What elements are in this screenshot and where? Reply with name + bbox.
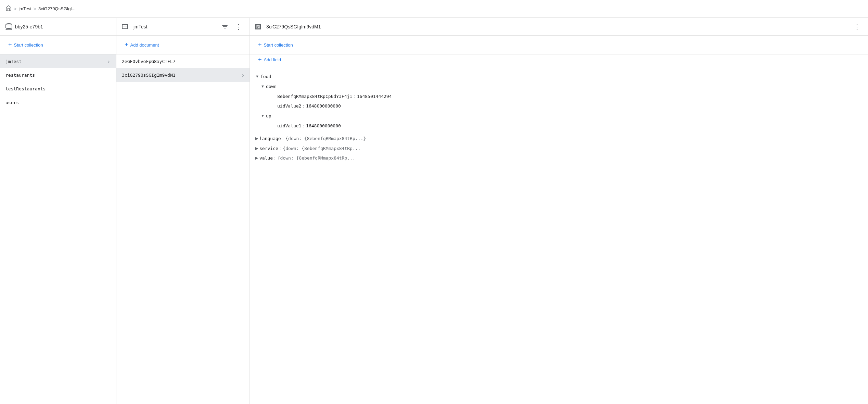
- food-down-key: down: [266, 83, 277, 90]
- collapse-icon: [255, 155, 258, 160]
- data-column: 3ciG279QsSGIgIm9vdM1 ⋮ + Start collectio…: [250, 18, 868, 404]
- field-value: 1648000000000: [306, 123, 341, 130]
- add-document-button[interactable]: + Add document: [122, 40, 162, 50]
- food-down-toggle[interactable]: [261, 83, 266, 89]
- add-field-button[interactable]: + Add field: [255, 54, 284, 65]
- collections-list: jmTest › restaurants testRestaurants use…: [0, 54, 116, 109]
- field-food-down-uid2: uidValue2 : 1648000000000: [255, 101, 863, 111]
- start-collection-bar: + Start collection: [0, 36, 116, 54]
- colon: :: [303, 123, 304, 130]
- breadcrumb-crumb-2: 3ciG279QsSGIgl...: [38, 6, 75, 11]
- chevron-right-icon: ›: [107, 58, 111, 65]
- documents-column: jmTest ⋮ + Add document 2eGFOvbvoFpG8ayC…: [116, 18, 250, 404]
- document-item-label: 2eGFOvbvoFpG8ayCTFL7: [122, 59, 244, 64]
- data-more-button[interactable]: ⋮: [852, 21, 863, 32]
- documents-more-button[interactable]: ⋮: [233, 21, 244, 32]
- data-start-collection-bar: + Start collection: [250, 36, 868, 54]
- collapse-icon: [255, 146, 258, 151]
- data-document-icon: [255, 24, 261, 29]
- data-header-title: 3ciG279QsSGIgIm9vdM1: [266, 24, 849, 29]
- field-key-label: 8ebenfqRMmapx84tRpCp6dY3F4j1: [277, 93, 352, 100]
- home-icon[interactable]: [5, 5, 12, 12]
- start-collection-button[interactable]: + Start collection: [5, 40, 46, 50]
- field-value: 1648000000000: [306, 103, 341, 110]
- collections-header-title: bby25-e79b1: [15, 24, 43, 29]
- data-start-collection-label: Start collection: [264, 42, 293, 48]
- breadcrumb-crumb-1[interactable]: jmTest: [18, 6, 31, 11]
- value-key: value: [259, 155, 273, 162]
- breadcrumb: > jmTest > 3ciG279QsSGIgl...: [0, 0, 868, 18]
- plus-icon: +: [125, 42, 128, 48]
- documents-list: 2eGFOvbvoFpG8ayCTFL7 3ciG279QsSGIgIm9vdM…: [116, 54, 250, 82]
- food-toggle[interactable]: [255, 73, 260, 79]
- colon: :: [303, 103, 304, 110]
- data-fields: food down 8ebenfqRMmapx84tRpCp6dY3F4j1 :…: [250, 69, 868, 166]
- field-food-down: down: [255, 82, 863, 92]
- breadcrumb-sep-2: >: [34, 6, 36, 12]
- colon: :: [282, 135, 284, 142]
- collection-item-label: testRestaurants: [5, 86, 111, 91]
- add-field-bar: + Add field: [250, 54, 868, 69]
- plus-icon: +: [8, 42, 12, 48]
- expand-icon: [255, 74, 259, 79]
- main-layout: bby25-e79b1 + Start collection jmTest › …: [0, 18, 868, 404]
- field-food: food: [255, 72, 863, 82]
- value-preview: {down: {8ebenfqRMmapx84tRp...: [278, 155, 355, 162]
- documents-header-title: jmTest: [133, 24, 217, 29]
- filter-button[interactable]: [219, 21, 230, 32]
- field-key-label: uidValue1: [277, 123, 301, 130]
- colon: :: [280, 145, 281, 152]
- collection-item-jmTest[interactable]: jmTest ›: [0, 54, 116, 68]
- field-service: service : {down: {8ebenfqRMmapx84tRp...: [255, 144, 863, 154]
- service-key: service: [259, 145, 278, 152]
- value-toggle[interactable]: [255, 155, 259, 161]
- expand-icon: [261, 84, 265, 89]
- collection-item-label: users: [5, 100, 111, 105]
- service-preview: {down: {8ebenfqRMmapx84tRp...: [283, 145, 360, 152]
- chevron-right-icon: ›: [242, 72, 244, 79]
- field-food-up-uid1: uidValue1 : 1648000000000: [255, 121, 863, 131]
- collection-item-label: restaurants: [5, 73, 111, 78]
- language-preview: {down: {8ebenfqRMmapx84tRp...}: [285, 135, 366, 142]
- field-food-up: up: [255, 111, 863, 121]
- field-key-label: uidValue2: [277, 103, 301, 110]
- collections-column: bby25-e79b1 + Start collection jmTest › …: [0, 18, 116, 404]
- service-toggle[interactable]: [255, 145, 259, 151]
- start-collection-label: Start collection: [14, 42, 43, 48]
- field-value: 1648501444294: [357, 93, 392, 100]
- food-up-key: up: [266, 113, 271, 120]
- data-header: 3ciG279QsSGIgIm9vdM1 ⋮: [250, 18, 868, 36]
- add-field-label: Add field: [264, 57, 281, 62]
- documents-header-actions: ⋮: [219, 21, 244, 32]
- expand-icon: [261, 113, 265, 118]
- collection-item-restaurants[interactable]: restaurants: [0, 68, 116, 82]
- colon: :: [274, 155, 276, 162]
- filter-icon: [222, 25, 228, 28]
- collection-item-testRestaurants[interactable]: testRestaurants: [0, 82, 116, 96]
- collapse-icon: [255, 136, 258, 141]
- field-food-down-key1: 8ebenfqRMmapx84tRpCp6dY3F4j1 : 164850144…: [255, 92, 863, 102]
- documents-header: jmTest ⋮: [116, 18, 250, 36]
- breadcrumb-sep-1: >: [14, 6, 16, 12]
- food-key: food: [260, 73, 271, 80]
- document-item-1[interactable]: 2eGFOvbvoFpG8ayCTFL7: [116, 54, 250, 68]
- plus-icon: +: [258, 56, 262, 63]
- language-key: language: [259, 135, 281, 142]
- document-item-label: 3ciG279QsSGIgIm9vdM1: [122, 73, 242, 78]
- add-document-bar: + Add document: [116, 36, 250, 54]
- collection-item-label: jmTest: [5, 59, 107, 64]
- add-document-label: Add document: [130, 42, 159, 48]
- plus-icon: +: [258, 42, 262, 48]
- data-start-collection-button[interactable]: + Start collection: [255, 40, 296, 50]
- document-icon: [122, 24, 128, 29]
- field-language: language : {down: {8ebenfqRMmapx84tRp...…: [255, 134, 863, 144]
- field-value: value : {down: {8ebenfqRMmapx84tRp...: [255, 153, 863, 163]
- database-icon: [5, 23, 12, 30]
- colon: :: [354, 93, 355, 100]
- food-up-toggle[interactable]: [261, 113, 266, 119]
- collection-item-users[interactable]: users: [0, 96, 116, 109]
- language-toggle[interactable]: [255, 135, 259, 141]
- collections-header: bby25-e79b1: [0, 18, 116, 36]
- document-item-2[interactable]: 3ciG279QsSGIgIm9vdM1 ›: [116, 68, 250, 82]
